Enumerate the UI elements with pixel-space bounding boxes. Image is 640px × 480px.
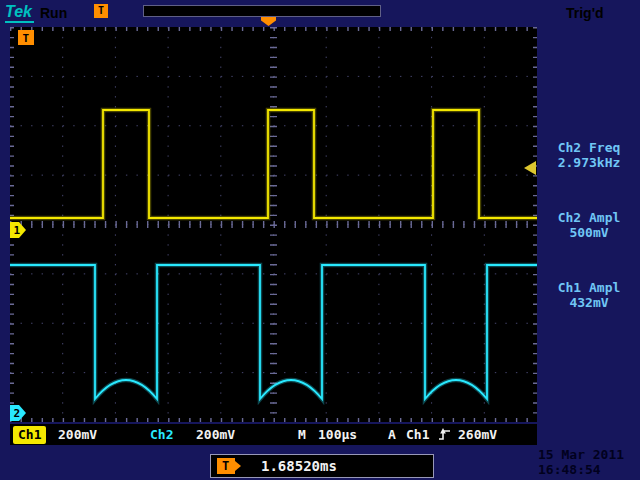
measurement-value: 432mV: [540, 295, 638, 310]
status-bar: Ch1 200mV Ch2 200mV M 100µs A Ch1 260mV: [10, 424, 537, 445]
timebase-prefix: M: [298, 427, 306, 442]
trigger-t-icon: T: [94, 4, 108, 18]
measurement-label: Ch2 Freq: [540, 140, 638, 155]
measurement-ch2-freq: Ch2 Freq 2.973kHz: [540, 140, 638, 170]
oscilloscope-display: Tek Run T Trig'd 12T Ch2 Freq 2.973kHz C…: [0, 0, 640, 480]
measurement-label: Ch2 Ampl: [540, 210, 638, 225]
date-text: 15 Mar 2011: [538, 447, 624, 462]
trigger-position-marker-icon: [261, 17, 276, 26]
record-view-bar: [143, 5, 381, 17]
tek-logo: Tek: [5, 3, 34, 23]
trigger-time-value: 1.68520ms: [261, 458, 337, 474]
measurement-ch2-ampl: Ch2 Ampl 500mV: [540, 210, 638, 240]
trigger-time-readout: T 1.68520ms: [210, 454, 434, 478]
ch1-scale: 200mV: [58, 427, 97, 442]
timebase-value: 100µs: [318, 427, 357, 442]
trigger-source: Ch1: [406, 427, 429, 442]
acquisition-status: Run: [40, 5, 67, 21]
top-bar: Tek Run T Trig'd: [0, 0, 640, 27]
measurement-value: 2.973kHz: [540, 155, 638, 170]
time-text: 16:48:54: [538, 462, 624, 477]
trigger-level-arrow-icon: [524, 161, 536, 175]
measurement-value: 500mV: [540, 225, 638, 240]
trigger-level: 260mV: [458, 427, 497, 442]
waveform-screen: 12T: [10, 27, 537, 422]
measurement-label: Ch1 Ampl: [540, 280, 638, 295]
trigger-status: Trig'd: [566, 5, 604, 21]
ch1-badge: Ch1: [13, 426, 46, 444]
measurement-ch1-ampl: Ch1 Ampl 432mV: [540, 280, 638, 310]
trigger-mode: A: [388, 427, 396, 442]
trigger-t-badge: T: [217, 458, 235, 474]
ch2-label: Ch2: [150, 427, 173, 442]
ch2-ground-marker-label: 2: [14, 407, 21, 420]
screen-trigger-badge-label: T: [23, 32, 30, 45]
ch1-ground-marker-label: 1: [14, 224, 21, 237]
rising-edge-icon: [438, 427, 451, 442]
datetime: 15 Mar 2011 16:48:54: [538, 447, 624, 477]
scope-canvas: 12T: [10, 27, 537, 422]
ch2-scale: 200mV: [196, 427, 235, 442]
